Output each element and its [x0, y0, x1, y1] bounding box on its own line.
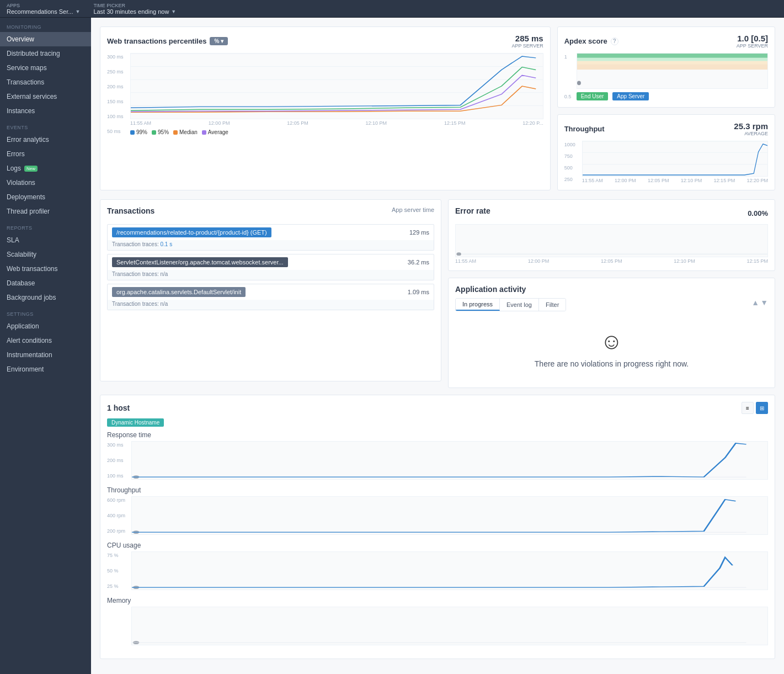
sidebar-item-transactions[interactable]: Transactions [0, 75, 91, 89]
apdex-header: Apdex score ? 1.0 [0.5] APP SERVER [564, 34, 768, 49]
grid-view-button[interactable]: ⊞ [756, 402, 768, 414]
txn-error-row: Transactions App server time /recommenda… [100, 199, 775, 388]
response-time-y-labels: 300 ms 200 ms 100 ms [107, 441, 129, 480]
time-picker-section[interactable]: TIME PICKER Last 30 minutes ending now ▼ [93, 3, 176, 15]
tab-filter[interactable]: Filter [539, 299, 566, 311]
apdex-chart-card: Apdex score ? 1.0 [0.5] APP SERVER 1 0.5 [557, 26, 775, 108]
cpu-usage-chart-area [131, 551, 768, 590]
web-txn-y-labels: 300 ms 250 ms 200 ms 150 ms 100 ms 50 ms [107, 53, 128, 135]
apdex-app-server-badge: App Server [612, 92, 649, 100]
no-violations-text: There are no violations in progress righ… [466, 358, 757, 370]
web-txn-header: Web transactions percentiles % ▾ 285 ms … [107, 34, 543, 49]
sidebar-item-distributed-tracing[interactable]: Distributed tracing [0, 46, 91, 61]
throughput-mini-row: Throughput 600 rpm 400 rpm 200 rpm [107, 486, 768, 535]
sidebar-item-instances[interactable]: Instances [0, 104, 91, 118]
response-time-row: Response time 300 ms 200 ms 100 ms [107, 431, 768, 480]
sidebar-item-violations[interactable]: Violations [0, 176, 91, 190]
apps-chevron-icon: ▼ [75, 9, 80, 14]
sidebar-item-database[interactable]: Database [0, 276, 91, 290]
activity-scroll-up-icon[interactable]: ▲ [751, 298, 759, 307]
throughput-header: Throughput 25.3 rpm AVERAGE [564, 121, 768, 136]
legend-median: Median [173, 129, 198, 135]
transactions-section: Transactions App server time /recommenda… [100, 199, 441, 381]
throughput-chart-card: Throughput 25.3 rpm AVERAGE 1000 750 500… [557, 114, 775, 190]
sidebar-item-thread-profiler[interactable]: Thread profiler [0, 204, 91, 219]
svg-rect-6 [577, 58, 767, 61]
transactions-title: Transactions [107, 206, 154, 215]
logs-new-badge: New [24, 166, 38, 172]
sidebar-item-alert-conditions[interactable]: Alert conditions [0, 333, 91, 348]
smiley-icon: ☺ [466, 329, 757, 354]
web-txn-x-labels: 11:55 AM 12:00 PM 12:05 PM 12:10 PM 12:1… [130, 120, 543, 126]
sidebar-item-instrumentation[interactable]: Instrumentation [0, 348, 91, 362]
activity-scroll-down-icon[interactable]: ▼ [760, 298, 768, 307]
throughput-meta: 25.3 rpm AVERAGE [734, 121, 768, 136]
web-txn-meta: 285 ms APP SERVER [511, 34, 543, 49]
web-txn-chart-card: Web transactions percentiles % ▾ 285 ms … [100, 26, 551, 190]
time-value[interactable]: Last 30 minutes ending now ▼ [93, 8, 176, 15]
dynamic-hostname-pill: Dynamic Hostname [107, 418, 164, 427]
sidebar-item-sla[interactable]: SLA [0, 233, 91, 247]
sidebar-item-service-maps[interactable]: Service maps [0, 61, 91, 75]
txn-time-2: 36.2 ms [408, 259, 429, 266]
apdex-info-icon[interactable]: ? [611, 38, 618, 45]
web-txn-chart-body: 11:55 AM 12:00 PM 12:05 PM 12:10 PM 12:1… [130, 53, 543, 135]
tab-in-progress[interactable]: In progress [456, 299, 500, 311]
sidebar-item-overview[interactable]: Overview [0, 32, 91, 46]
legend-99: 99% [130, 129, 147, 135]
web-txn-chart-with-labels: 300 ms 250 ms 200 ms 150 ms 100 ms 50 ms [107, 53, 543, 135]
events-section-label: EVENTS [0, 118, 91, 132]
throughput-mini-label: Throughput [107, 486, 768, 494]
sidebar-item-deployments[interactable]: Deployments [0, 190, 91, 204]
time-chevron-icon: ▼ [171, 9, 176, 14]
svg-rect-8 [577, 64, 767, 70]
percent-dropdown-button[interactable]: % ▾ [210, 37, 228, 45]
txn-time-1: 129 ms [409, 229, 429, 236]
sidebar-item-errors[interactable]: Errors [0, 147, 91, 161]
content-area: Web transactions percentiles % ▾ 285 ms … [91, 18, 784, 674]
list-view-button[interactable]: ≡ [742, 402, 754, 414]
transactions-col-label: App server time [392, 206, 434, 220]
svg-point-13 [456, 252, 461, 256]
apdex-y-labels: 1 0.5 [564, 53, 574, 100]
apps-label: APPS [7, 3, 80, 8]
memory-row: Memory [107, 597, 768, 645]
sidebar-item-logs[interactable]: Logs New [0, 161, 91, 176]
web-txn-svg-area [130, 53, 543, 119]
reports-section-label: REPORTS [0, 219, 91, 233]
throughput-mini-y-labels: 600 rpm 400 rpm 200 rpm [107, 496, 129, 535]
dynamic-hostname-pill-container: Dynamic Hostname [107, 418, 768, 431]
host-view-icons: ≡ ⊞ [742, 402, 768, 414]
apps-value[interactable]: Recommendations Ser... ▼ [7, 8, 80, 15]
txn-name-2[interactable]: ServletContextListener/org.apache.tomcat… [112, 257, 288, 267]
txn-row-3: org.apache.catalina.servlets.DefaultServ… [107, 284, 434, 310]
sidebar-item-external-services[interactable]: External services [0, 89, 91, 104]
sidebar-item-web-transactions[interactable]: Web transactions [0, 262, 91, 276]
txn-name-1[interactable]: /recommendations/related-to-product/{pro… [112, 227, 271, 237]
sidebar-item-scalability[interactable]: Scalability [0, 247, 91, 262]
sidebar-item-error-analytics[interactable]: Error analytics [0, 132, 91, 147]
right-bottom-col: Error rate 0.00% 11:55 AM 12:00 PM 12:05… [448, 199, 775, 388]
apps-section[interactable]: APPS Recommendations Ser... ▼ [7, 3, 80, 15]
throughput-mini-chart-area [131, 496, 768, 535]
tab-event-log[interactable]: Event log [500, 299, 539, 311]
monitoring-section-label: MONITORING [0, 18, 91, 32]
response-time-label: Response time [107, 431, 768, 439]
svg-rect-7 [577, 61, 767, 65]
sidebar-item-application[interactable]: Application [0, 319, 91, 333]
sidebar-item-environment[interactable]: Environment [0, 362, 91, 376]
app-activity-title: Application activity [455, 285, 768, 294]
txn-name-3[interactable]: org.apache.catalina.servlets.DefaultServ… [112, 287, 246, 297]
txn-trace-3: Transaction traces: n/a [108, 300, 434, 310]
web-txn-legend: 99% 95% Median [130, 129, 543, 135]
legend-95: 95% [152, 129, 169, 135]
top-charts-row: Web transactions percentiles % ▾ 285 ms … [100, 26, 775, 190]
cpu-usage-row: CPU usage 75 % 50 % 25 % [107, 542, 768, 590]
memory-y-labels [107, 607, 129, 645]
activity-tabs: In progress Event log Filter [455, 298, 566, 311]
sidebar-item-background-jobs[interactable]: Background jobs [0, 290, 91, 305]
main-layout: MONITORING Overview Distributed tracing … [0, 18, 784, 674]
web-txn-title: Web transactions percentiles % ▾ [107, 37, 228, 45]
apdex-end-user-badge: End User [577, 92, 609, 100]
error-rate-title: Error rate [455, 206, 490, 215]
